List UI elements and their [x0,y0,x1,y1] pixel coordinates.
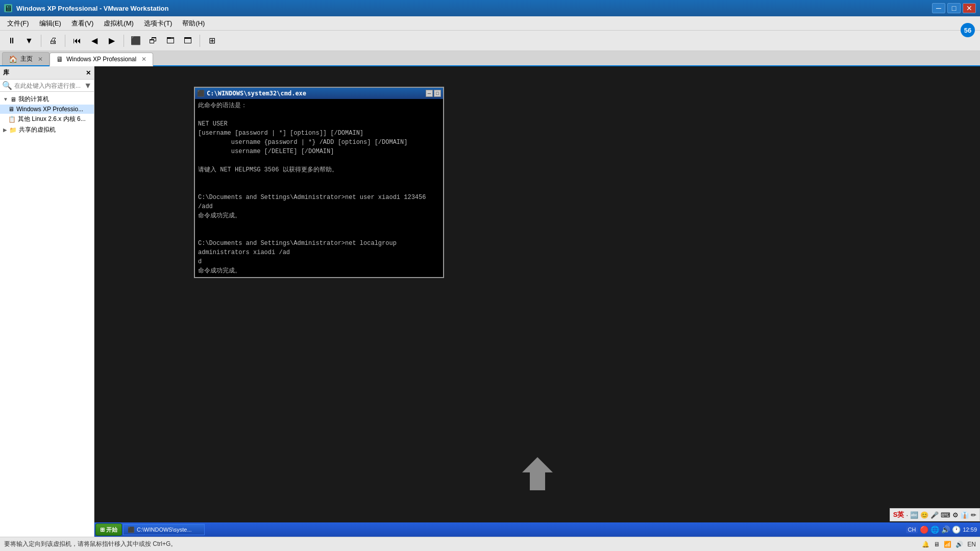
toolbar-fullscreen[interactable]: ⬛ [128,33,143,48]
window-controls: ─ □ ✕ [932,3,976,13]
toolbar-unity[interactable]: ⊞ [204,33,219,48]
vm-tray-icon1: 🔴 [920,525,928,534]
toolbar-rewind[interactable]: ⏮ [69,33,85,48]
tree-linux[interactable]: 📋 其他 Linux 2.6.x 内核 6... [0,114,94,124]
vm-tray-icon2: 🌐 [930,525,939,534]
vm-area[interactable]: ⬛ C:\WINDOWS\system32\cmd.exe ─ □ 此命令的语法… [94,66,980,537]
status-icon3: 📶 [944,541,951,548]
maximize-button[interactable]: □ [947,3,961,13]
menu-view[interactable]: 查看(V) [66,17,99,30]
tree-label-computer: 我的计算机 [18,95,49,104]
ime-label[interactable]: S英 [893,510,904,519]
svg-marker-0 [522,457,553,490]
tab-home-close[interactable]: ✕ [38,56,43,63]
expand-icon: ▼ [3,96,8,102]
cmd-task-icon: ⬛ [128,527,135,533]
vm-taskbar-right: CH 🔴 🌐 🔊 🕐 12:59 [906,525,979,534]
vm-time: 12:59 [963,526,977,533]
start-icon: ⊞ [100,527,105,533]
vm-start-button[interactable]: ⊞ 开始 [95,523,122,536]
tab-wxp-icon: 🖥 [56,55,63,63]
minimize-button[interactable]: ─ [932,3,945,13]
sidebar: 库 ✕ 🔍 ▼ ▼ 🖥 我的计算机 🖥 Windows XP Professio… [0,66,94,537]
toolbar-forward[interactable]: ▶ [104,33,119,48]
ime-icon2[interactable]: 😊 [920,511,928,519]
menu-file[interactable]: 文件(F) [2,17,34,30]
toolbar-print[interactable]: 🖨 [45,33,61,48]
sidebar-title: 库 [3,68,9,77]
cmd-line-8: 命令成功完成。 [198,211,440,220]
toolbar-pause[interactable]: ⏸ [4,33,19,48]
vm-tray-icon3: 🔊 [941,525,950,534]
main-layout: 库 ✕ 🔍 ▼ ▼ 🖥 我的计算机 🖥 Windows XP Professio… [0,66,980,537]
sidebar-tree: ▼ 🖥 我的计算机 🖥 Windows XP Professio... 📋 其他… [0,92,94,532]
cmd-maximize[interactable]: □ [434,90,441,97]
cmd-body: 此命令的语法是： NET USER [username [password | … [195,99,443,277]
toolbar: ⏸ ▼ 🖨 ⏮ ◀ ▶ ⬛ 🗗 🗔 🗖 ⊞ 56 [0,31,980,51]
menu-vm[interactable]: 虚拟机(M) [99,17,139,30]
toolbar-dropdown[interactable]: ▼ [21,33,37,48]
ime-icon7[interactable]: ✏ [971,511,976,519]
tab-home-label: 主页 [20,55,33,63]
cmd-line-0: 此命令的语法是： [198,101,440,110]
ime-icon4[interactable]: ⌨ [941,511,950,519]
status-en-label: EN [967,541,976,548]
cmd-titlebar: ⬛ C:\WINDOWS\system32\cmd.exe ─ □ [195,88,443,99]
cmd-minimize[interactable]: ─ [426,90,433,97]
cmd-line-4: username {password | *} /ADD [options] [… [198,138,440,147]
tree-label-shared: 共享的虚拟机 [19,126,56,134]
ime-icon5[interactable]: ⚙ [952,511,959,519]
ime-icon6[interactable]: 👔 [961,511,969,519]
vm-taskbar-task[interactable]: ⬛ C:\WINDOWS\syste... [123,524,205,535]
status-icons: 🔔 🖥 📶 🔊 EN [922,541,976,548]
cmd-line-blank7 [198,276,440,277]
cmd-line-blank2 [198,156,440,165]
status-icon4: 🔊 [955,541,963,548]
toolbar-restore[interactable]: 🗗 [145,33,161,48]
tab-home[interactable]: 🏠 主页 ✕ [2,52,50,65]
cmd-line-3: [username [password | *] [options]] [/DO… [198,129,440,138]
upload-icon [522,457,553,496]
tree-shared-vms[interactable]: ▶ 📁 共享的虚拟机 [0,124,94,135]
tab-bar: 🏠 主页 ✕ 🖥 Windows XP Professional ✕ [0,51,980,66]
status-hint: 要将输入定向到该虚拟机，请将鼠标指针移入其中或按 Ctrl+G。 [4,540,922,548]
tab-home-icon: 🏠 [9,55,17,63]
toolbar-sep2 [65,35,65,47]
cmd-line-blank1 [198,110,440,119]
cmd-line-6: 请键入 NET HELPMSG 3506 以获得更多的帮助。 [198,165,440,174]
close-button[interactable]: ✕ [963,3,976,13]
cmd-icon: ⬛ [197,90,205,97]
tree-wxp[interactable]: 🖥 Windows XP Professio... [0,105,94,114]
tree-my-computer[interactable]: ▼ 🖥 我的计算机 [0,94,94,105]
tab-wxp-close[interactable]: ✕ [141,56,146,63]
toolbar-back[interactable]: ◀ [87,33,102,48]
ime-icon1[interactable]: 🔤 [910,511,918,519]
toolbar-stretch[interactable]: 🗖 [180,33,195,48]
menu-edit[interactable]: 编辑(E) [34,17,66,30]
sidebar-search-bar[interactable]: 🔍 ▼ [0,80,94,92]
toolbar-window[interactable]: 🗔 [163,33,178,48]
tab-wxp[interactable]: 🖥 Windows XP Professional ✕ [50,53,153,66]
ime-bar: S英 · 🔤 😊 🎤 ⌨ ⚙ 👔 ✏ [890,508,980,521]
search-input[interactable] [14,82,84,89]
cmd-line-10: d [198,257,440,266]
tab-wxp-label: Windows XP Professional [66,56,136,63]
cmd-line-5: username [/DELETE] [/DOMAIN] [198,147,440,156]
ime-sep: · [906,511,908,519]
tree-label-linux: 其他 Linux 2.6.x 内核 6... [18,115,86,123]
title-bar: 🖥 Windows XP Professional - VMware Works… [0,0,980,16]
vm-ime-label[interactable]: CH [906,526,918,533]
notification-badge: 56 [961,23,975,37]
menu-help[interactable]: 帮助(H) [177,17,210,30]
sidebar-close[interactable]: ✕ [86,69,91,77]
cmd-line-2: NET USER [198,119,440,129]
cmd-line-9: C:\Documents and Settings\Administrator>… [198,239,440,257]
sidebar-header: 库 ✕ [0,66,94,80]
search-dropdown-icon[interactable]: ▼ [84,81,92,90]
menu-tab[interactable]: 选项卡(T) [139,17,178,30]
tree-label-wxp: Windows XP Professio... [16,106,83,113]
ime-icon3[interactable]: 🎤 [930,511,939,519]
status-icon1: 🔔 [922,541,929,548]
cmd-line-blank6 [198,230,440,239]
toolbar-sep3 [124,35,124,47]
